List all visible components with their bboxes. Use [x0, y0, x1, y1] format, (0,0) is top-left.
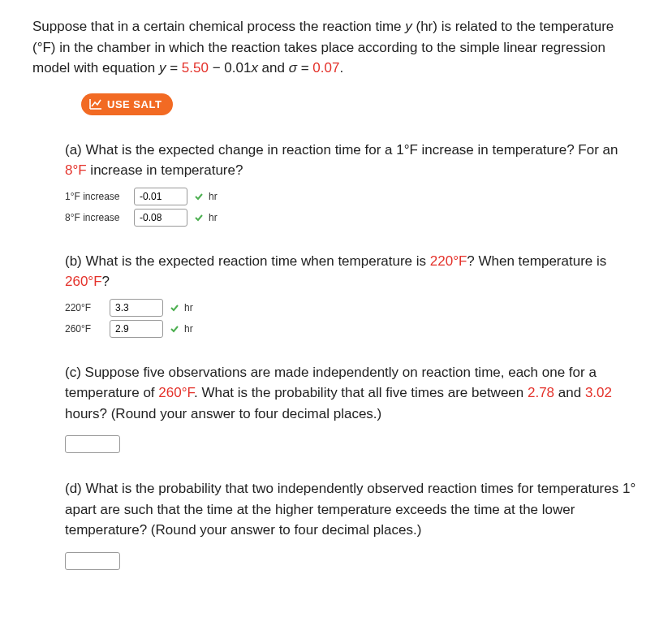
part-b-row2-input[interactable] — [110, 320, 163, 338]
part-b-row-2: 260°F hr — [65, 320, 640, 338]
part-b-red-2: 260°F — [65, 274, 102, 289]
part-b-prompt: (b) What is the expected reaction time w… — [65, 251, 640, 292]
part-b-text-2: ? When temperature is — [467, 253, 606, 269]
eq-and: and — [258, 60, 289, 76]
part-b-text-1: (b) What is the expected reaction time w… — [65, 253, 430, 269]
part-c-text-4: hours? (Round your answer to four decima… — [65, 406, 381, 421]
check-icon — [194, 213, 204, 222]
part-c-red-1: 260°F — [158, 385, 194, 400]
eq-x: x — [251, 60, 258, 76]
eq-0-07: 0.07 — [312, 60, 339, 76]
use-salt-button[interactable]: USE SALT — [81, 93, 173, 115]
check-icon — [170, 324, 179, 334]
part-b-row1-label: 220°F — [65, 300, 110, 315]
eq-sigma: σ — [289, 60, 297, 76]
part-d-prompt: (d) What is the probability that two ind… — [65, 478, 640, 541]
part-c-red-2: 2.78 — [528, 385, 554, 400]
part-a-text-1: (a) What is the expected change in react… — [65, 142, 618, 158]
chart-icon — [89, 98, 102, 110]
part-a-row1-unit: hr — [209, 189, 218, 204]
eq-period: . — [339, 60, 343, 76]
var-y: y — [405, 19, 412, 34]
part-b-row2-label: 260°F — [65, 322, 110, 336]
part-c: (c) Suppose five observations are made i… — [32, 362, 640, 455]
eq-mid: − 0.01 — [209, 60, 251, 76]
check-icon — [194, 192, 204, 201]
part-c-text-3: and — [554, 385, 585, 400]
part-a-row-1: 1°F increase hr — [65, 188, 640, 205]
intro-text-1: Suppose that in a certain chemical proce… — [32, 19, 405, 34]
part-b-row1-unit: hr — [184, 300, 193, 315]
part-c-prompt: (c) Suppose five observations are made i… — [65, 362, 640, 425]
check-icon — [170, 303, 179, 313]
eq-5-50: 5.50 — [182, 60, 209, 76]
part-a-row1-input[interactable] — [134, 188, 187, 205]
part-a-row2-label: 8°F increase — [65, 210, 134, 225]
part-d: (d) What is the probability that two ind… — [32, 478, 640, 571]
eq-eq2: = — [297, 60, 312, 76]
part-b-text-3: ? — [102, 274, 110, 289]
part-c-red-3: 3.02 — [585, 385, 612, 400]
use-salt-label: USE SALT — [107, 98, 162, 110]
part-c-text-2: . What is the probability that all five … — [194, 385, 528, 400]
part-a-row2-unit: hr — [209, 210, 218, 225]
part-b-row-1: 220°F hr — [65, 299, 640, 317]
eq-eq: = — [166, 60, 181, 76]
part-a: (a) What is the expected change in react… — [32, 140, 640, 227]
part-d-input[interactable] — [65, 552, 120, 570]
part-c-input[interactable] — [65, 435, 120, 453]
part-b-row2-unit: hr — [184, 322, 193, 336]
part-a-row1-label: 1°F increase — [65, 189, 134, 204]
part-a-row2-input[interactable] — [134, 209, 187, 227]
part-a-prompt: (a) What is the expected change in react… — [65, 140, 640, 181]
problem-intro: Suppose that in a certain chemical proce… — [32, 16, 640, 79]
part-b-row1-input[interactable] — [110, 299, 163, 317]
part-a-red: 8°F — [65, 162, 87, 178]
part-b: (b) What is the expected reaction time w… — [32, 251, 640, 338]
part-a-row-2: 8°F increase hr — [65, 209, 640, 227]
part-a-text-2: increase in temperature? — [87, 162, 243, 178]
part-b-red-1: 220°F — [430, 253, 467, 269]
